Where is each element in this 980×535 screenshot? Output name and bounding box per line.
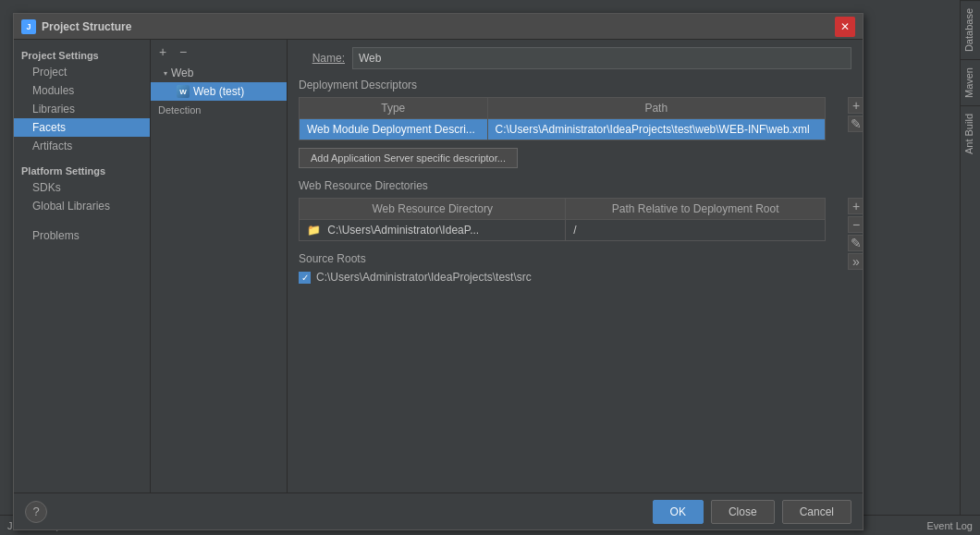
tree-item-web-test[interactable]: W Web (test) — [151, 82, 287, 101]
deployment-descriptors-table: Type Path Web Module Deployment Descri..… — [299, 97, 826, 140]
source-root-path: C:\Users\Administrator\IdeaProjects\test… — [316, 271, 532, 284]
project-structure-dialog: J Project Structure ✕ Project Settings P… — [13, 13, 864, 530]
tree-remove-icon[interactable]: − — [175, 43, 191, 60]
name-label: Name: — [299, 52, 345, 65]
source-root-row: ✓ C:\Users\Administrator\IdeaProjects\te… — [299, 271, 851, 284]
wrd-add-button[interactable]: + — [848, 198, 863, 214]
content-panel: Name: Deployment Descriptors Type Path W — [288, 40, 863, 492]
wrd-edit-button[interactable]: ✎ — [848, 235, 863, 251]
dd-type-header: Type — [300, 98, 488, 119]
dialog-footer: ? OK Close Cancel — [14, 492, 863, 529]
wrd-path-cell: / — [566, 220, 826, 241]
close-button[interactable]: Close — [711, 500, 775, 524]
web-resource-dirs-title: Web Resource Directories — [299, 179, 851, 192]
dialog-titlebar: J Project Structure ✕ — [14, 14, 863, 40]
table-row[interactable]: 📁 C:\Users\Administrator\IdeaP... / — [300, 220, 826, 241]
dd-edit-button[interactable]: ✎ — [848, 116, 863, 132]
ok-button[interactable]: OK — [653, 500, 704, 524]
deployment-descriptors-title: Deployment Descriptors — [299, 79, 851, 91]
wrd-dir-cell: 📁 C:\Users\Administrator\IdeaP... — [300, 220, 566, 241]
database-panel-tab[interactable]: Database — [961, 0, 980, 59]
tree-item-web[interactable]: ▾ Web — [151, 64, 287, 82]
dialog-app-icon: J — [21, 19, 36, 34]
project-settings-header: Project Settings — [14, 47, 150, 63]
ant-build-panel-tab[interactable]: Ant Build — [961, 105, 980, 162]
detection-label: Detection — [151, 101, 287, 119]
tree-item-web-label: Web — [171, 67, 193, 79]
wrd-move-button[interactable]: » — [848, 253, 863, 270]
add-descriptor-button[interactable]: Add Application Server specific descript… — [299, 148, 518, 168]
sidebar-item-problems[interactable]: Problems — [14, 226, 150, 245]
wrd-remove-button[interactable]: − — [848, 216, 863, 233]
right-panels: Database Maven Ant Build — [960, 0, 980, 515]
event-log-label[interactable]: Event Log — [926, 520, 973, 531]
table-row[interactable]: Web Module Deployment Descri... C:\Users… — [300, 119, 826, 140]
dialog-close-button[interactable]: ✕ — [835, 17, 855, 37]
tree-item-web-test-label: Web (test) — [193, 85, 244, 98]
tree-toolbar: + − — [151, 40, 287, 64]
name-form-row: Name: — [299, 47, 851, 69]
dialog-body: Project Settings Project Modules Librari… — [14, 40, 863, 492]
cancel-button[interactable]: Cancel — [782, 500, 851, 524]
sidebar-item-sdks[interactable]: SDKs — [14, 178, 150, 197]
sidebar-item-libraries[interactable]: Libraries — [14, 100, 150, 118]
name-input[interactable] — [352, 47, 851, 69]
source-roots-title: Source Roots — [299, 252, 851, 265]
tree-expand-icon: ▾ — [164, 69, 167, 78]
sidebar: Project Settings Project Modules Librari… — [14, 40, 151, 492]
dd-path-cell: C:\Users\Administrator\IdeaProjects\test… — [487, 119, 825, 140]
web-facet-icon: W — [177, 85, 190, 98]
dialog-title: Project Structure — [42, 20, 835, 33]
web-resource-dirs-table: Web Resource Directory Path Relative to … — [299, 198, 826, 241]
tree-add-icon[interactable]: + — [154, 43, 171, 60]
maven-panel-tab[interactable]: Maven — [961, 59, 980, 105]
sidebar-item-artifacts[interactable]: Artifacts — [14, 137, 150, 155]
platform-settings-header: Platform Settings — [14, 163, 150, 178]
tree-panel: + − ▾ Web W Web (test) Detection — [151, 40, 288, 492]
dd-path-header: Path — [487, 98, 825, 119]
wrd-dir-header: Web Resource Directory — [300, 199, 566, 220]
dd-add-button[interactable]: + — [848, 97, 863, 114]
help-button[interactable]: ? — [25, 501, 47, 523]
wrd-path-header: Path Relative to Deployment Root — [566, 199, 826, 220]
sidebar-item-project[interactable]: Project — [14, 63, 150, 81]
sidebar-item-facets[interactable]: Facets — [14, 118, 150, 137]
source-root-checkbox[interactable]: ✓ — [299, 272, 311, 284]
dd-type-cell: Web Module Deployment Descri... — [300, 119, 488, 140]
sidebar-item-global-libraries[interactable]: Global Libraries — [14, 197, 150, 215]
sidebar-item-modules[interactable]: Modules — [14, 81, 150, 100]
